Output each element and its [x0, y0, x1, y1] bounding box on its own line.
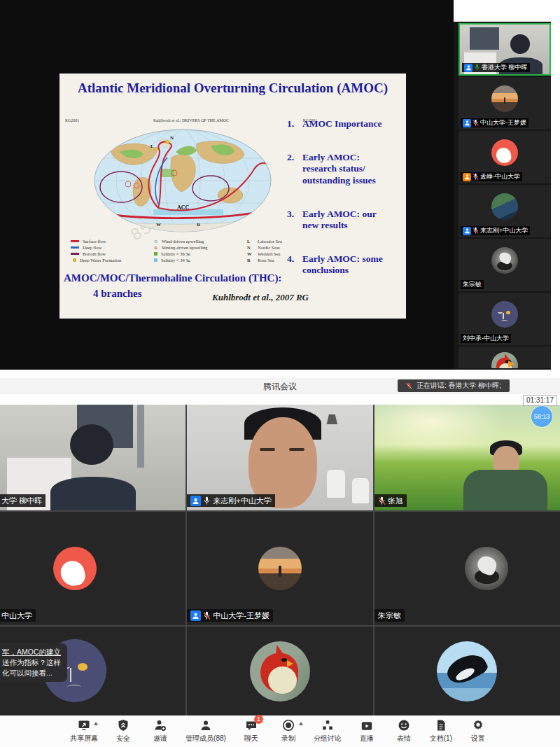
- avatar: [491, 193, 518, 220]
- surface-flow-swatch: [71, 240, 79, 242]
- record-icon: [282, 719, 295, 732]
- rail-thumb-wangmengyuan[interactable]: 中山大学-王梦媛: [458, 77, 551, 130]
- video-tile-laizhigang[interactable]: 来志刚+中山大学: [187, 405, 372, 510]
- amoc-world-map: N L W R ACC: [92, 127, 274, 235]
- docs-button[interactable]: 文档(1): [429, 719, 453, 743]
- meeting-duration: 01:31:17: [523, 395, 557, 406]
- breakout-rooms-button[interactable]: 分组讨论: [314, 719, 342, 743]
- video-tile-liuzhonghui[interactable]: 大学 柳中晖: [0, 405, 186, 510]
- mic-on-icon: [474, 64, 480, 71]
- avatar-tile-liuzhongcheng[interactable]: 军，AMOC的建立 送作为指标？这样 化可以间接看...: [0, 627, 186, 715]
- agenda-item: 3. Early AMOC: our new results: [287, 209, 402, 231]
- rail-thumb-partial[interactable]: [458, 347, 551, 368]
- mic-muted-icon: [203, 611, 211, 620]
- deep-water-formation-swatch: [73, 258, 76, 262]
- mic-muted-icon: [378, 496, 386, 505]
- speaking-indicator: 正在讲话: 香港大学 柳中晖;: [398, 379, 510, 392]
- shield-icon: [117, 719, 130, 732]
- agenda-item: 2. Early AMOC: research status/ outstand…: [287, 152, 402, 186]
- presentation-background: 851382192077 Atlantic Meridional Overtur…: [0, 0, 454, 370]
- deep-flow-swatch: [71, 246, 79, 249]
- slide-citation: Kuhlbrodt et al., 2007 RG: [212, 292, 309, 303]
- participant-name-badge: 中山大学-王梦媛: [187, 609, 273, 622]
- live-stream-button[interactable]: 直播: [355, 719, 379, 743]
- slide-footer-line1: AMOC/MOC/Thermohaline Circulation (THC):: [64, 272, 281, 284]
- slide-map-caption-row: RG2001 Kuhlbrodt et al.: DRIVERS OF THE …: [65, 118, 317, 123]
- wind-upwelling-icon: ⊙: [153, 239, 158, 244]
- avatar: [491, 139, 518, 166]
- rail-thumb-laizhigang[interactable]: 来志刚+中山大学: [458, 185, 551, 237]
- mic-muted-icon: [472, 173, 479, 181]
- live-icon: [360, 720, 373, 732]
- rail-thumb-liuzhonghui[interactable]: 香港大学 柳中晖: [458, 23, 551, 76]
- participant-name-badge: 香港大学 柳中晖: [462, 63, 530, 72]
- ref-left: RG2001: [65, 118, 79, 123]
- slide-footer-line2: 4 branches: [93, 288, 142, 300]
- avatar-tile-wangmengyuan[interactable]: 中山大学-王梦媛: [187, 512, 372, 625]
- floating-time-badge[interactable]: 58:13: [531, 406, 552, 427]
- record-button[interactable]: 录制: [276, 719, 300, 743]
- acc-label: ACC: [177, 204, 190, 211]
- salinity-high-swatch: [154, 252, 158, 256]
- caret-up-icon[interactable]: [94, 722, 98, 725]
- presentation-slide: 851382192077 Atlantic Meridional Overtur…: [59, 74, 406, 319]
- participant-name-badge: 孟峥-中山大学: [461, 172, 522, 181]
- bottom-flow-swatch: [71, 253, 79, 255]
- map-caption: Kuhlbrodt et al.: DRIVERS OF THE AMOC: [153, 118, 229, 123]
- rail-thumb-mengzheng[interactable]: 孟峥-中山大学: [458, 131, 551, 183]
- avatar: [465, 547, 508, 590]
- meeting-window: 腾讯会议 正在讲话: 香港大学 柳中晖; 01:31:17 58:13: [0, 378, 560, 747]
- document-icon: [435, 719, 447, 732]
- svg-text:W: W: [156, 222, 161, 228]
- person-badge-icon: [463, 173, 471, 181]
- participant-name-badge: 刘中承-中山大学: [461, 334, 511, 343]
- avatar: [491, 352, 518, 368]
- avatar: [258, 547, 302, 590]
- world-map-figure: N L W R ACC: [92, 127, 274, 235]
- members-icon: [200, 719, 212, 732]
- participant-name-badge: 来志刚+中山大学: [461, 226, 530, 235]
- person-badge-icon: [190, 496, 201, 506]
- chat-button[interactable]: 1 聊天: [239, 719, 263, 743]
- person-badge-icon: [464, 64, 472, 72]
- caret-up-icon[interactable]: [299, 722, 303, 725]
- emoji-icon: [398, 719, 410, 732]
- chat-message-bubble[interactable]: 军，AMOC的建立 送作为指标？这样 化可以间接看...: [0, 643, 67, 682]
- agenda-item: 1. AMOC Importance: [287, 118, 402, 130]
- mic-on-icon: [203, 496, 211, 505]
- shared-screen-view: 851382192077 Atlantic Meridional Overtur…: [0, 0, 560, 370]
- participant-name-badge: 中山大学: [0, 609, 36, 622]
- avatar: [491, 247, 518, 274]
- emoji-button[interactable]: 表情: [392, 719, 416, 743]
- avatar-tile-mengzheng[interactable]: 中山大学: [0, 512, 186, 625]
- avatar-tile-cardinal[interactable]: [187, 627, 372, 715]
- avatar: [53, 547, 97, 590]
- settings-button[interactable]: 设置: [466, 719, 490, 743]
- avatar-tile-zhuzongmin[interactable]: 朱宗敏: [374, 512, 560, 625]
- mic-muted-icon: [472, 119, 479, 127]
- manage-members-button[interactable]: 管理成员(88): [186, 719, 226, 743]
- slide-title: Atlantic Meridional Overturning Circulat…: [59, 81, 406, 96]
- invite-person-icon: [154, 719, 167, 732]
- salinity-low-swatch: [154, 258, 158, 262]
- avatar: [250, 641, 310, 701]
- participant-name-badge: 朱宗敏: [461, 280, 484, 289]
- share-screen-icon: [78, 720, 90, 732]
- avatar: [491, 301, 518, 328]
- map-legend: Surface flow Deep flow Bottom flow Deep …: [71, 239, 324, 263]
- rail-thumb-liuzhongcheng[interactable]: 刘中承-中山大学: [458, 293, 551, 345]
- mic-muted-icon: [472, 227, 479, 235]
- participant-name-badge: 张旭: [374, 494, 407, 507]
- share-screen-button[interactable]: 共享屏幕: [70, 719, 98, 743]
- rail-thumb-zhuzongmin[interactable]: 朱宗敏: [458, 239, 551, 291]
- invite-button[interactable]: 邀请: [148, 719, 172, 743]
- participant-rail: 香港大学 柳中晖 中山大学-王梦媛: [454, 0, 560, 370]
- svg-text:N: N: [170, 135, 174, 141]
- participant-name-badge: 来志刚+中山大学: [187, 494, 274, 507]
- avatar-tile-orca[interactable]: [374, 627, 560, 715]
- security-button[interactable]: 安全: [111, 719, 135, 743]
- participant-name-badge: 朱宗敏: [374, 609, 405, 622]
- avatar: [437, 641, 497, 701]
- video-grid: 大学 柳中晖: [0, 405, 560, 715]
- breakout-icon: [321, 719, 334, 732]
